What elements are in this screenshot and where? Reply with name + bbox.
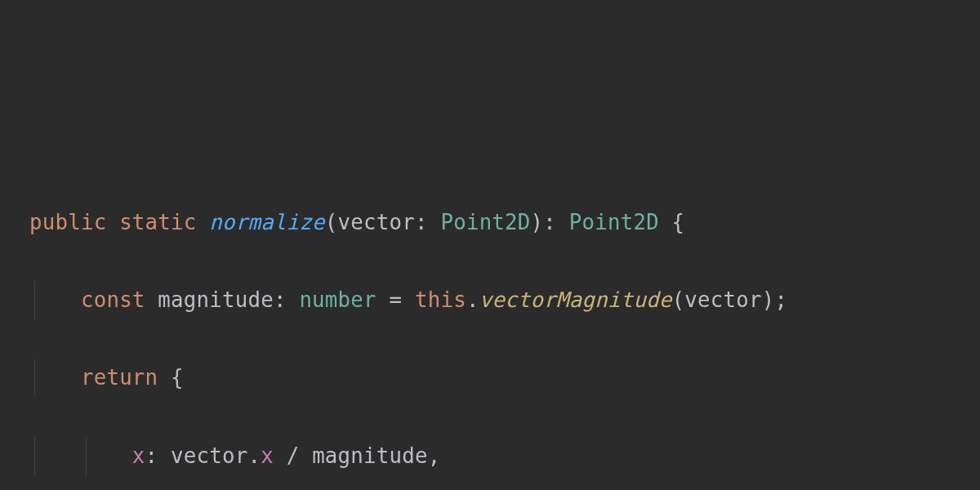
param-vector: vector	[338, 210, 415, 234]
indent	[29, 287, 81, 312]
code-line: x: vector.x / magnitude,	[0, 437, 980, 476]
equals: =	[376, 287, 415, 312]
var-magnitude: magnitude	[158, 287, 274, 312]
brace: {	[171, 365, 184, 390]
keyword-const: const	[81, 287, 145, 312]
keyword-this: this	[415, 287, 466, 312]
paren: (	[325, 210, 338, 234]
type-number: number	[299, 287, 376, 312]
brace: {	[659, 210, 684, 234]
paren: (	[672, 287, 685, 312]
function-name: normalize	[209, 210, 325, 234]
var-vector: vector	[171, 443, 247, 468]
dot: .	[247, 443, 261, 468]
colon: :	[274, 287, 299, 312]
prop-x: x	[261, 443, 274, 468]
paren: )	[531, 210, 544, 234]
colon: :	[543, 210, 568, 234]
semi: ;	[774, 287, 787, 312]
indent	[29, 443, 132, 468]
code-line: const magnitude: number = this.vectorMag…	[0, 281, 980, 320]
var-magnitude: magnitude	[312, 443, 428, 468]
indent	[29, 365, 81, 390]
type-point2d: Point2D	[440, 210, 530, 234]
colon: :	[415, 210, 440, 234]
divide: /	[274, 443, 312, 468]
keyword-return: return	[81, 365, 158, 390]
code-line: public static normalize(vector: Point2D)…	[0, 203, 980, 243]
colon: :	[145, 443, 171, 468]
keyword-public: public	[29, 210, 106, 234]
code-editor[interactable]: public static normalize(vector: Point2D)…	[0, 164, 980, 490]
arg-vector: vector	[684, 287, 761, 312]
comma: ,	[428, 443, 441, 468]
dot: .	[466, 287, 479, 312]
return-type: Point2D	[569, 210, 659, 234]
method-call: vectorMagnitude	[479, 287, 672, 312]
code-line: return {	[0, 359, 980, 398]
prop-x: x	[132, 443, 145, 468]
paren: )	[762, 287, 775, 312]
keyword-static: static	[119, 210, 196, 234]
